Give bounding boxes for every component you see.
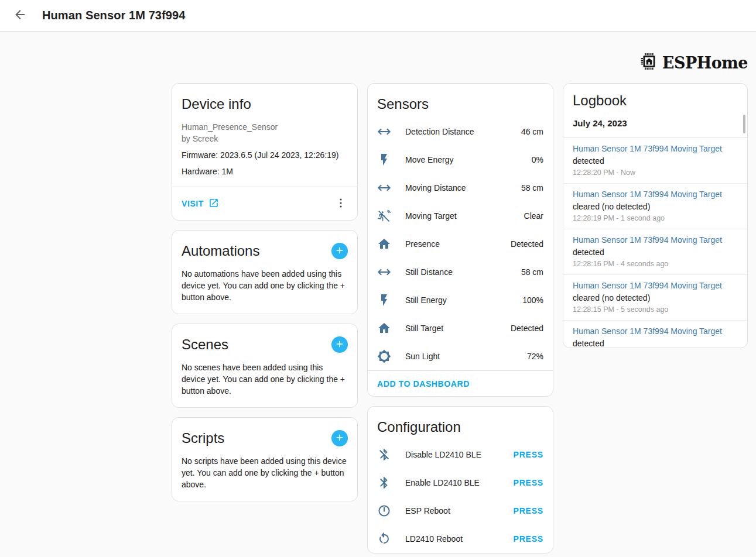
page-title: Human Sensor 1M 73f994 [42, 9, 186, 22]
bluetooth-icon [377, 476, 391, 490]
logbook-entry: Human Sensor 1M 73f994 Moving Targetdete… [563, 321, 747, 348]
logbook-state: detected [573, 246, 738, 259]
logbook-entry: Human Sensor 1M 73f994 Moving Targetdete… [563, 229, 747, 275]
sensor-row[interactable]: Detection Distance46 cm [368, 118, 553, 146]
esphome-logo[interactable]: ESPHome [639, 53, 748, 73]
sensor-value: 46 cm [521, 127, 543, 136]
scenes-card: Scenes No scenes have been added using t… [172, 324, 358, 408]
sensor-value: Detected [511, 324, 543, 333]
sensors-card: Sensors Detection Distance46 cmMove Ener… [367, 83, 553, 397]
device-page-content: ESPHome Device info Human_Presence_Senso… [0, 32, 756, 557]
logbook-entry: Human Sensor 1M 73f994 Moving Targetclea… [563, 184, 747, 229]
press-button[interactable]: PRESS [514, 476, 543, 490]
sensor-name: Moving Target [405, 211, 524, 221]
logbook-state: cleared (no detected) [573, 292, 738, 304]
add-automation-button[interactable] [331, 243, 348, 259]
add-scene-button[interactable] [331, 336, 348, 353]
back-button[interactable] [7, 3, 33, 29]
sensor-value: Clear [524, 211, 543, 221]
device-model: Human_Presence_Sensor [172, 121, 357, 133]
configuration-row[interactable]: Enable LD2410 BLEPRESS [368, 469, 553, 497]
scenes-empty-text: No scenes have been added using this dev… [172, 362, 357, 407]
plus-icon [334, 339, 345, 351]
sensor-name: Move Energy [405, 155, 532, 164]
device-info-title: Device info [172, 84, 357, 121]
configuration-row[interactable]: LD2410 RebootPRESS [368, 525, 553, 553]
restart-icon [377, 532, 391, 546]
configuration-name: LD2410 Reboot [405, 534, 514, 544]
sensor-row[interactable]: Moving Distance58 cm [368, 174, 553, 202]
flash-icon [377, 153, 391, 167]
device-info-actions: VISIT [172, 187, 357, 220]
logbook-card: Logbook July 24, 2023 Human Sensor 1M 73… [563, 83, 748, 348]
configuration-name: Disable LD2410 BLE [405, 450, 514, 459]
sensor-value: 0% [532, 155, 543, 164]
column-left: Device info Human_Presence_Sensor by Scr… [172, 83, 358, 501]
arrow-left-right-icon [377, 125, 391, 139]
sensor-row[interactable]: Still Energy100% [368, 286, 553, 314]
column-middle: Sensors Detection Distance46 cmMove Ener… [367, 83, 553, 553]
configuration-row[interactable]: ESP RebootPRESS [368, 497, 553, 525]
sensor-row[interactable]: Still TargetDetected [368, 314, 553, 342]
app-bar: Human Sensor 1M 73f994 [0, 0, 756, 32]
logbook-state: cleared (no detected) [573, 201, 738, 213]
visit-button[interactable]: VISIT [177, 193, 224, 215]
esphome-logo-text: ESPHome [662, 54, 748, 72]
press-button[interactable]: PRESS [514, 448, 543, 462]
sensor-name: Moving Distance [405, 183, 521, 192]
device-firmware: Firmware: 2023.6.5 (Jul 24 2023, 12:26:1… [172, 149, 357, 161]
configuration-title: Configuration [368, 407, 553, 441]
device-hardware: Hardware: 1M [172, 166, 357, 177]
motion-sensor-off-icon [377, 209, 391, 223]
open-in-new-icon [208, 198, 219, 210]
scenes-title: Scenes [182, 336, 228, 353]
automations-empty-text: No automations have been added using thi… [172, 268, 357, 314]
logbook-entry: Human Sensor 1M 73f994 Moving Targetclea… [563, 275, 747, 321]
arrow-left-icon [13, 8, 27, 23]
sensors-actions: ADD TO DASHBOARD [368, 370, 553, 396]
device-manufacturer: by Screek [172, 133, 357, 145]
add-to-dashboard-button[interactable]: ADD TO DASHBOARD [372, 374, 474, 393]
column-right: Logbook July 24, 2023 Human Sensor 1M 73… [563, 83, 748, 348]
logbook-entry-list: Human Sensor 1M 73f994 Moving Targetdete… [563, 138, 747, 348]
logbook-entity-link[interactable]: Human Sensor 1M 73f994 Moving Target [573, 234, 722, 246]
device-menu-button[interactable] [329, 192, 353, 215]
logbook-time: 12:28:19 PM - 1 second ago [573, 214, 738, 223]
sensor-row[interactable]: Sun Light72% [368, 342, 553, 370]
scripts-empty-text: No scripts have been added using this de… [172, 455, 357, 501]
press-button[interactable]: PRESS [514, 504, 543, 518]
esphome-chip-icon [639, 53, 659, 73]
automations-card: Automations No automations have been add… [172, 230, 358, 314]
sensor-name: Presence [405, 239, 511, 249]
logbook-entity-link[interactable]: Human Sensor 1M 73f994 Moving Target [573, 325, 722, 338]
home-icon [377, 237, 391, 251]
logbook-entity-link[interactable]: Human Sensor 1M 73f994 Moving Target [573, 188, 722, 201]
sensor-row[interactable]: PresenceDetected [368, 230, 553, 258]
sensor-row[interactable]: Move Energy0% [368, 146, 553, 174]
sensor-row[interactable]: Moving TargetClear [368, 202, 553, 230]
home-icon [377, 321, 391, 335]
press-button[interactable]: PRESS [514, 532, 543, 546]
configuration-name: ESP Reboot [405, 506, 514, 515]
logbook-time: 12:28:20 PM - Now [573, 168, 738, 177]
arrow-left-right-icon [377, 181, 391, 195]
logbook-state: detected [573, 155, 738, 167]
sensor-name: Still Distance [405, 267, 521, 277]
logbook-scrollbar[interactable] [743, 115, 745, 133]
sensor-value: 58 cm [521, 267, 543, 277]
logbook-entity-link[interactable]: Human Sensor 1M 73f994 Moving Target [573, 280, 722, 292]
logbook-time: 12:28:15 PM - 5 seconds ago [573, 305, 738, 314]
add-script-button[interactable] [331, 430, 348, 446]
sensor-row[interactable]: Still Distance58 cm [368, 258, 553, 286]
logbook-entry: Human Sensor 1M 73f994 Moving Targetdete… [563, 138, 747, 184]
scripts-title: Scripts [182, 429, 224, 447]
sensors-title: Sensors [368, 84, 553, 118]
automations-title: Automations [182, 242, 259, 260]
brightness-icon [377, 349, 391, 363]
visit-button-label: VISIT [182, 199, 204, 208]
logbook-entity-link[interactable]: Human Sensor 1M 73f994 Moving Target [573, 143, 722, 155]
configuration-row[interactable]: Disable LD2410 BLEPRESS [368, 441, 553, 469]
bluetooth-off-icon [377, 448, 391, 462]
configuration-card: Configuration Disable LD2410 BLEPRESSEna… [367, 406, 553, 553]
scripts-card: Scripts No scripts have been added using… [172, 417, 358, 501]
